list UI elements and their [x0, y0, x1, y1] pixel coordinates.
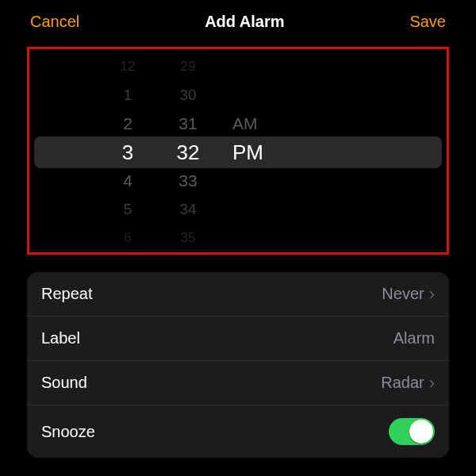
toggle-knob	[409, 420, 433, 443]
time-picker: 12 1 2 3 4 5 6 29 30 31 32 33 34 35	[29, 56, 447, 249]
hour-option: 4	[112, 167, 144, 195]
period-spacer	[232, 52, 269, 81]
hour-option: 2	[112, 109, 144, 138]
repeat-value: Never	[382, 285, 424, 303]
minute-option: 29	[172, 52, 204, 81]
snooze-toggle[interactable]	[389, 418, 435, 445]
minute-selected: 32	[172, 138, 204, 167]
sound-row[interactable]: Sound Radar ›	[27, 361, 449, 405]
repeat-label: Repeat	[41, 285, 93, 303]
chevron-right-icon: ›	[429, 374, 435, 392]
chevron-right-icon: ›	[429, 286, 435, 303]
period-spacer	[232, 167, 269, 195]
period-spacer	[232, 195, 269, 224]
period-picker[interactable]: AM PM	[232, 56, 269, 249]
snooze-row: Snooze	[27, 405, 449, 458]
label-value-group: Alarm	[393, 329, 435, 347]
hour-option: 12	[112, 52, 144, 81]
add-alarm-screen: Cancel Add Alarm Save 12 1 2 3 4 5 6 29 …	[16, 0, 460, 458]
hour-selected: 3	[112, 138, 144, 167]
repeat-row[interactable]: Repeat Never ›	[27, 272, 449, 317]
period-spacer	[232, 81, 269, 109]
page-title: Add Alarm	[205, 13, 284, 31]
period-am: AM	[232, 109, 269, 138]
navbar: Cancel Add Alarm Save	[16, 3, 460, 39]
hour-picker[interactable]: 12 1 2 3 4 5 6	[112, 56, 144, 249]
sound-label: Sound	[41, 374, 87, 392]
label-row[interactable]: Label Alarm	[27, 317, 449, 361]
period-selected: PM	[232, 138, 269, 167]
repeat-value-group: Never ›	[382, 285, 435, 303]
minute-picker[interactable]: 29 30 31 32 33 34 35	[172, 56, 204, 249]
time-picker-highlight-box: 12 1 2 3 4 5 6 29 30 31 32 33 34 35	[27, 47, 449, 255]
minute-option: 35	[172, 224, 204, 252]
alarm-settings-list: Repeat Never › Label Alarm Sound Radar ›…	[27, 272, 449, 458]
hour-option: 6	[112, 224, 144, 252]
save-button[interactable]: Save	[409, 13, 446, 31]
minute-option: 33	[172, 167, 204, 195]
picker-columns: 12 1 2 3 4 5 6 29 30 31 32 33 34 35	[29, 56, 447, 249]
hour-option: 1	[112, 81, 144, 109]
minute-option: 34	[172, 195, 204, 224]
label-value: Alarm	[393, 329, 435, 347]
sound-value-group: Radar ›	[381, 374, 435, 392]
minute-option: 31	[172, 109, 204, 138]
cancel-button[interactable]: Cancel	[30, 13, 79, 31]
sound-value: Radar	[381, 374, 424, 392]
hour-option: 5	[112, 195, 144, 224]
period-spacer	[232, 224, 269, 252]
minute-option: 30	[172, 81, 204, 109]
snooze-label: Snooze	[41, 423, 95, 441]
label-label: Label	[41, 329, 80, 347]
